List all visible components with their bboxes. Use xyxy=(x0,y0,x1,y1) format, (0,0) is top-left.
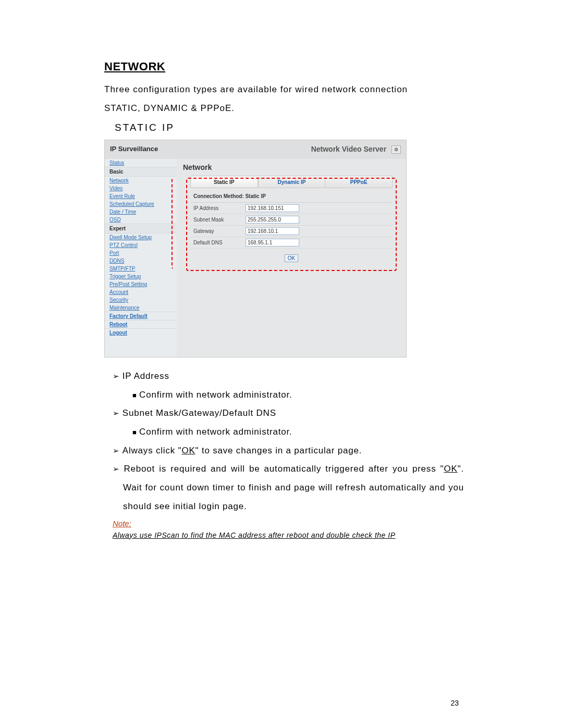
bullet-always-click-pre: Always click " xyxy=(123,446,182,455)
ui-title-bar: Network Video Server ⚙ xyxy=(177,140,406,159)
sidebar: Status Basic Network Video Event Rule Sc… xyxy=(105,159,177,357)
sidebar-item-network[interactable]: Network xyxy=(109,178,129,183)
main-panel: Network Static IP Dynamic IP PPPoE Conne… xyxy=(177,159,406,357)
sidebar-item-video[interactable]: Video xyxy=(109,186,123,191)
sidebar-group-expert: Expert xyxy=(105,224,177,233)
sidebar-item-security[interactable]: Security xyxy=(109,297,128,303)
sidebar-item-dwell-mode-setup[interactable]: Dwell Mode Setup xyxy=(109,235,152,240)
ui-brand: IP Surveillance xyxy=(105,140,177,159)
bullet-subnet-group: Subnet Mask/Gateway/Default DNS xyxy=(104,404,464,423)
bullet-confirm-1: Confirm with network administrator. xyxy=(104,386,464,404)
bullet-confirm-2: Confirm with network administrator. xyxy=(104,423,464,441)
ok-text-2: OK xyxy=(444,464,457,474)
highlight-dash xyxy=(186,178,397,271)
bullet-ip-address: IP Address xyxy=(104,367,464,386)
bullet-always-click: Always click "OK" to save changes in a p… xyxy=(104,441,464,460)
ui-title: Network Video Server xyxy=(311,145,386,153)
sidebar-item-logout[interactable]: Logout xyxy=(109,330,127,336)
sidebar-item-date-time[interactable]: Date / Time xyxy=(109,209,136,215)
sidebar-item-factory-default[interactable]: Factory Default xyxy=(109,313,148,319)
sidebar-item-reboot[interactable]: Reboot xyxy=(109,322,127,327)
bullet-always-click-post: " to save changes in a particular page. xyxy=(195,446,362,455)
sidebar-item-maintenance[interactable]: Maintenance xyxy=(109,305,139,311)
ok-text-1: OK xyxy=(181,446,195,455)
sidebar-item-trigger-setup[interactable]: Trigger Setup xyxy=(109,274,141,279)
sidebar-item-pre-post-setting[interactable]: Pre/Post Setting xyxy=(109,281,147,287)
sidebar-item-scheduled-capture[interactable]: Scheduled Capture xyxy=(109,201,154,207)
intro-line-2: STATIC, DYNAMIC & PPPoE. xyxy=(104,102,464,115)
sidebar-item-ddns[interactable]: DDNS xyxy=(109,258,124,264)
highlight-dash-left xyxy=(172,178,189,269)
subsection-heading-static-ip: STATIC IP xyxy=(115,122,464,133)
note-text: Always use IPScan to find the MAC addres… xyxy=(113,531,464,539)
sidebar-item-osd[interactable]: OSD xyxy=(109,217,121,223)
page-number: 23 xyxy=(450,699,459,707)
sidebar-group-basic: Basic xyxy=(105,167,177,177)
sidebar-item-event-rule[interactable]: Event Rule xyxy=(109,193,135,199)
sidebar-item-status[interactable]: Status xyxy=(109,160,124,166)
doc-list: IP Address Confirm with network administ… xyxy=(104,367,464,516)
sidebar-item-smtp-ftp[interactable]: SMTP/FTP xyxy=(109,266,135,272)
bullet-reboot-pre: Reboot is required and will be automatic… xyxy=(124,464,444,474)
embedded-ui: IP Surveillance Network Video Server ⚙ S… xyxy=(104,140,407,357)
sidebar-item-port[interactable]: Port xyxy=(109,250,119,256)
sidebar-item-account[interactable]: Account xyxy=(109,289,128,295)
section-heading-network: NETWORK xyxy=(104,60,464,73)
note-label: Note: xyxy=(113,519,464,528)
bullet-reboot: Reboot is required and will be automatic… xyxy=(104,460,464,515)
main-heading: Network xyxy=(177,159,406,176)
gear-icon[interactable]: ⚙ xyxy=(391,145,401,154)
intro-line-1: Three configuration types are available … xyxy=(104,83,464,96)
sidebar-item-ptz-control[interactable]: PTZ Control xyxy=(109,242,138,248)
